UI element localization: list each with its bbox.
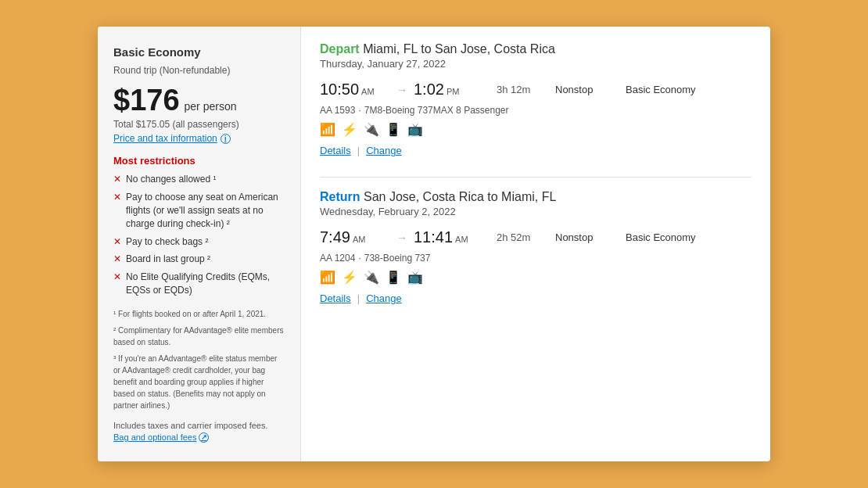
depart-change-link[interactable]: Change [366,145,402,156]
depart-label: Depart [320,42,360,56]
power-icon: ⚡ [342,122,357,137]
return-arrow-icon: → [396,231,407,244]
restriction-text: Board in last group ² [126,253,210,266]
restriction-item: ✕ Board in last group ² [113,253,285,266]
round-trip-label: Round trip (Non-refundable) [113,65,285,76]
return-details-row: Details | Change [320,292,751,304]
footnotes: ¹ For flights booked on or after April 1… [113,308,285,411]
divider: | [357,145,360,156]
fare-title: Basic Economy [113,45,285,59]
price-per-person: per person [185,100,237,113]
footnote-3: ³ If you're an AAdvantage® elite status … [113,353,285,411]
return-wifi-icon: 📶 [320,270,335,285]
flights-panel: Depart Miami, FL to San Jose, Costa Rica… [301,27,770,461]
return-header: Return San Jose, Costa Rica to Miami, FL… [320,190,751,217]
return-amenity-icons: 📶 ⚡ 🔌 📱 📺 [320,270,751,285]
arrive-time: 1:02 [414,81,444,99]
return-arrive-time-block: 11:41 AM [414,228,484,246]
footnote-2: ² Complimentary for AAdvantage® elite me… [113,325,285,348]
depart-info-row: AA 1593 · 7M8-Boeing 737MAX 8 Passenger [320,105,751,116]
usb-icon: 🔌 [364,122,379,137]
depart-amenity-icons: 📶 ⚡ 🔌 📱 📺 [320,122,751,137]
return-duration: 2h 52m [497,231,540,243]
return-arrive-time: 11:41 [414,228,453,246]
mobile-icon: 📱 [386,122,401,137]
return-depart-time: 7:49 [320,228,350,246]
return-nonstop: Nonstop [555,231,610,243]
return-divider: | [357,292,360,304]
return-flight-row: 7:49 AM → 11:41 AM 2h 52m Nonstop Basic … [320,228,751,246]
total-price: Total $175.05 (all passengers) [113,119,285,130]
booking-card: Basic Economy Round trip (Non-refundable… [98,27,770,461]
restriction-text: No Elite Qualifying Credits (EQMs, EQSs … [126,271,285,297]
section-divider [320,177,751,178]
tv-icon: 📺 [407,122,423,137]
return-info-row: AA 1204 · 738-Boeing 737 [320,253,751,264]
restriction-item: ✕ No Elite Qualifying Credits (EQMs, EQS… [113,271,285,297]
return-arrive-ampm: AM [455,235,468,244]
return-date: Wednesday, February 2, 2022 [320,206,751,217]
arrive-time-block: 1:02 PM [414,81,484,99]
restrictions-title: Most restrictions [113,155,285,167]
depart-time-block: 10:50 AM [320,81,390,99]
return-section: Return San Jose, Costa Rica to Miami, FL… [320,190,751,304]
restriction-text: No changes allowed ¹ [126,173,216,186]
depart-fare-class: Basic Economy [626,84,696,95]
restriction-x-icon: ✕ [113,174,121,185]
restriction-x-icon: ✕ [113,271,121,282]
depart-aircraft: 7M8-Boeing 737MAX 8 Passenger [364,105,509,116]
depart-duration: 3h 12m [497,84,540,95]
return-aircraft: 738-Boeing 737 [364,253,431,264]
restriction-x-icon: ✕ [113,192,121,203]
depart-header: Depart Miami, FL to San Jose, Costa Rica… [320,42,751,70]
depart-flight-number: AA 1593 [320,105,355,116]
arrow-icon: → [396,84,407,96]
bag-info-icon: ↗ [199,432,209,443]
restriction-item: ✕ Pay to check bags ² [113,235,285,249]
depart-direction: Depart Miami, FL to San Jose, Costa Rica [320,42,751,56]
restriction-text: Pay to choose any seat on American fligh… [126,191,285,230]
arrive-ampm: PM [447,87,460,96]
restriction-item: ✕ Pay to choose any seat on American fli… [113,191,285,230]
includes-taxes: Includes taxes and carrier imposed fees. [113,421,285,430]
restriction-x-icon: ✕ [113,253,121,264]
return-label: Return [320,190,360,203]
depart-nonstop: Nonstop [555,84,610,95]
return-mobile-icon: 📱 [386,270,401,285]
depart-section: Depart Miami, FL to San Jose, Costa Rica… [320,42,751,156]
return-change-link[interactable]: Change [366,292,402,304]
return-route: San Jose, Costa Rica to Miami, FL [364,190,556,203]
restriction-x-icon: ✕ [113,236,121,247]
depart-flight-row: 10:50 AM → 1:02 PM 3h 12m Nonstop Basic … [320,81,751,99]
return-details-link[interactable]: Details [320,292,351,304]
return-depart-time-block: 7:49 AM [320,228,390,246]
return-fare-class: Basic Economy [626,231,696,243]
price-tax-link[interactable]: Price and tax information i [113,133,285,144]
footnote-1: ¹ For flights booked on or after April 1… [113,308,285,320]
fare-summary-panel: Basic Economy Round trip (Non-refundable… [98,27,301,461]
price-amount: $176 [113,84,180,117]
return-direction: Return San Jose, Costa Rica to Miami, FL [320,190,751,204]
return-tv-icon: 📺 [407,270,423,285]
return-depart-ampm: AM [353,235,366,244]
return-usb-icon: 🔌 [364,270,379,285]
depart-details-row: Details | Change [320,145,751,156]
wifi-icon: 📶 [320,122,335,137]
depart-route: Miami, FL to San Jose, Costa Rica [363,42,555,56]
restriction-text: Pay to check bags ² [126,235,208,249]
info-icon: i [221,134,231,144]
return-flight-number: AA 1204 [320,253,355,264]
return-power-icon: ⚡ [342,270,357,285]
depart-time: 10:50 [320,81,359,99]
restriction-item: ✕ No changes allowed ¹ [113,173,285,186]
depart-date: Thursday, January 27, 2022 [320,58,751,70]
bag-link[interactable]: Bag and optional fees ↗ [113,432,285,443]
depart-details-link[interactable]: Details [320,145,351,156]
depart-ampm: AM [361,87,375,96]
